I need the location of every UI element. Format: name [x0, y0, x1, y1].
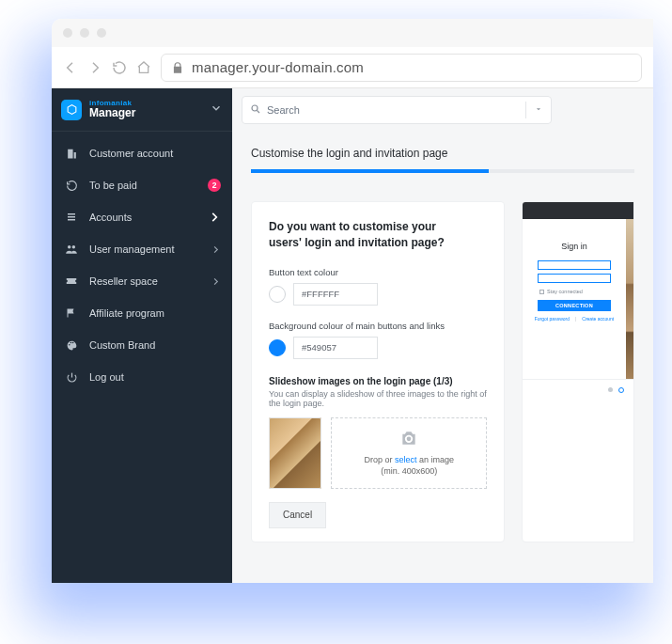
pagination-dot-active[interactable]: [618, 387, 624, 393]
sidebar-item-label: Reseller space: [89, 275, 158, 287]
dropzone-sub: (min. 400x600): [381, 465, 437, 477]
building-icon: [63, 148, 80, 160]
search-icon: [250, 103, 261, 117]
sidebar-item-affiliate[interactable]: Affiliate program: [52, 297, 232, 329]
swatch-background[interactable]: [269, 339, 286, 356]
preview-link-create: Create account: [582, 316, 614, 322]
input-background-colour[interactable]: [293, 337, 378, 359]
chevron-down-icon: [210, 102, 223, 118]
chevron-right-icon: [211, 244, 221, 255]
slideshow-thumbnail-1[interactable]: [269, 417, 321, 489]
caret-down-icon[interactable]: [534, 104, 543, 116]
preview-password-field: [538, 274, 611, 283]
preview-connection-button: CONNECTION: [538, 300, 611, 311]
select-link[interactable]: select: [395, 455, 417, 464]
address-bar[interactable]: manager.your-domain.com: [161, 54, 642, 82]
sidebar-item-to-be-paid[interactable]: To be paid 2: [52, 169, 232, 201]
label-button-text-colour: Button text colour: [269, 267, 487, 277]
sidebar: infomaniak Manager Customer account To b: [52, 88, 232, 583]
chevron-right-icon: [211, 276, 221, 287]
swatch-button-text[interactable]: [269, 286, 286, 303]
window-dot-close[interactable]: [63, 28, 72, 38]
sidebar-item-label: Log out: [89, 371, 124, 383]
sidebar-item-label: Custom Brand: [89, 339, 155, 351]
sidebar-item-accounts[interactable]: Accounts: [52, 201, 232, 233]
label-background-colour: Background colour of main buttons and li…: [269, 321, 487, 331]
palette-icon: [63, 339, 80, 352]
notification-badge: 2: [208, 179, 221, 192]
sidebar-item-label: To be paid: [89, 180, 137, 191]
label-slideshow-title: Slideshow images on the login page (1/3): [269, 376, 487, 386]
lock-icon: [171, 61, 184, 74]
checkbox-icon: [539, 290, 544, 294]
brand-logo-icon: [61, 100, 82, 120]
customise-card: Do you want to customise your users' log…: [251, 201, 505, 542]
preview-stay-connected: Stay connected: [539, 289, 583, 294]
window-dot-max[interactable]: [97, 28, 106, 38]
list-icon: [63, 212, 80, 223]
progress-bar: [251, 169, 489, 173]
window-dot-min[interactable]: [80, 28, 89, 38]
sidebar-item-custom-brand[interactable]: Custom Brand: [52, 329, 232, 361]
sidebar-item-label: Customer account: [89, 148, 173, 159]
search-input[interactable]: Search: [242, 96, 552, 124]
back-icon[interactable]: [63, 60, 78, 75]
sidebar-item-label: Affiliate program: [89, 307, 164, 319]
login-preview: Sign in Stay connected CONNECTION: [522, 201, 634, 542]
sidebar-item-customer-account[interactable]: Customer account: [52, 137, 232, 169]
dropzone-text: Drop or select an image: [364, 454, 454, 465]
ticket-icon: [63, 275, 80, 288]
sidebar-item-reseller-space[interactable]: Reseller space: [52, 265, 232, 297]
card-heading: Do you want to customise your users' log…: [269, 219, 466, 252]
preview-pagination: [523, 379, 633, 400]
search-placeholder: Search: [267, 104, 300, 116]
sidebar-nav: Customer account To be paid 2 Accounts: [52, 132, 232, 393]
svg-point-0: [252, 105, 258, 111]
preview-signin-title: Sign in: [561, 242, 587, 251]
image-dropzone[interactable]: Drop or select an image (min. 400x600): [331, 417, 487, 489]
preview-topbar: [523, 202, 633, 219]
window-titlebar: [52, 19, 653, 47]
browser-toolbar: manager.your-domain.com: [52, 47, 653, 88]
flag-icon: [63, 307, 80, 319]
preview-slideshow-image: [626, 219, 633, 379]
main-content: Search Customise the login and invitatio…: [232, 88, 653, 583]
home-icon[interactable]: [136, 60, 151, 75]
preview-link-forgot: Forgot password: [535, 316, 570, 322]
power-icon: [63, 371, 80, 384]
label-slideshow-sub: You can display a slideshow of three ima…: [269, 389, 487, 408]
users-icon: [63, 243, 80, 256]
input-button-text-colour[interactable]: [293, 283, 378, 306]
reload-icon[interactable]: [112, 60, 127, 75]
preview-username-field: [538, 260, 611, 270]
brand-switcher[interactable]: infomaniak Manager: [52, 88, 232, 132]
sidebar-item-label: User management: [89, 243, 175, 255]
address-url: manager.your-domain.com: [192, 59, 364, 75]
progress-track: [251, 169, 634, 173]
pagination-dot[interactable]: [608, 387, 613, 392]
refresh-icon: [63, 180, 80, 192]
page-title: Customise the login and invitation page: [251, 147, 634, 160]
camera-icon: [399, 429, 418, 450]
forward-icon[interactable]: [87, 60, 102, 75]
sidebar-item-logout[interactable]: Log out: [52, 361, 232, 393]
sidebar-item-user-management[interactable]: User management: [52, 233, 232, 265]
divider: [525, 102, 526, 118]
sidebar-item-label: Accounts: [89, 212, 132, 223]
preview-login-column: Sign in Stay connected CONNECTION: [523, 219, 626, 379]
browser-window: manager.your-domain.com infomaniak Manag…: [52, 19, 653, 583]
chevron-right-icon: [208, 211, 221, 224]
brand-product: Manager: [89, 107, 135, 119]
cancel-button[interactable]: Cancel: [269, 502, 326, 528]
